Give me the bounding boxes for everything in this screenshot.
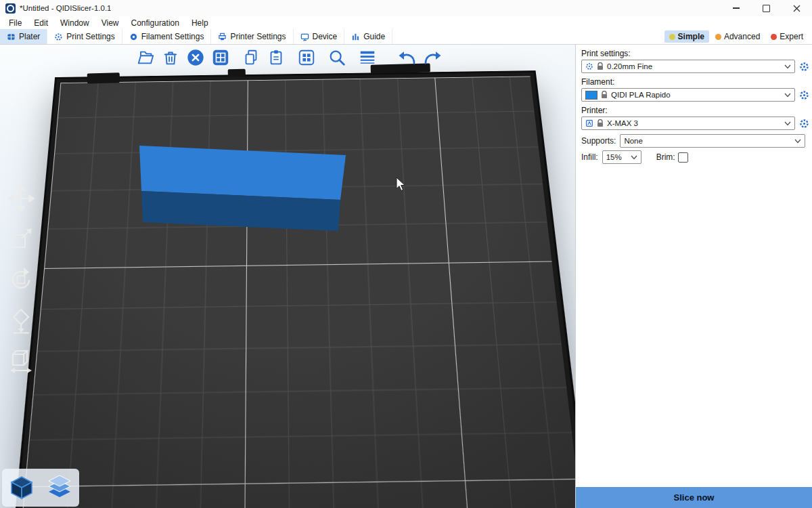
mode-label: Expert [780, 32, 803, 41]
menu-window[interactable]: Window [54, 18, 95, 28]
supports-combo[interactable]: None [620, 134, 805, 148]
mode-simple[interactable]: Simple [664, 30, 709, 43]
layers-stack-icon [45, 473, 74, 503]
redo-arrow-icon [422, 48, 443, 67]
gear-icon [799, 90, 809, 100]
mode-switcher: Simple Advanced Expert [664, 29, 812, 44]
bed-clip [87, 72, 120, 83]
undo-arrow-icon [397, 48, 418, 67]
viewport-3d[interactable] [0, 45, 575, 508]
printer-value: X-MAX 3 [607, 119, 781, 127]
tab-device[interactable]: Device [294, 29, 345, 44]
slice-now-button[interactable]: Slice now [576, 487, 812, 508]
gear-icon [585, 62, 593, 70]
printer-combo[interactable]: X-MAX 3 [581, 117, 795, 130]
brim-checkbox[interactable] [678, 152, 688, 163]
mode-advanced[interactable]: Advanced [710, 30, 765, 43]
copy-button[interactable] [241, 47, 261, 68]
instances-icon [297, 48, 316, 67]
infill-combo[interactable]: 15% [602, 150, 641, 164]
titlebar: *Untitled - QIDISlicer-1.0.1 [0, 0, 812, 16]
delete-button[interactable] [160, 47, 181, 68]
editor-3d-view-button[interactable] [3, 470, 40, 505]
filament-combo[interactable]: QIDI PLA Rapido [581, 88, 795, 102]
menubar: File Edit Window View Configuration Help [0, 16, 812, 29]
rotate-button[interactable] [5, 264, 37, 295]
tab-label: Guide [363, 32, 385, 41]
menu-help[interactable]: Help [185, 18, 215, 28]
chevron-down-icon [784, 64, 791, 69]
tab-label: Device [313, 32, 338, 41]
print-settings-value: 0.20mm Fine [607, 62, 781, 70]
rotate-icon [7, 266, 35, 293]
chevron-down-icon [631, 155, 637, 160]
scale-icon [7, 226, 35, 253]
tabbar: Plater Print Settings Filament Settings … [0, 29, 812, 45]
print-bed[interactable] [0, 72, 575, 508]
layers-preview-button[interactable] [41, 470, 78, 505]
guide-bars-icon [351, 33, 360, 41]
window-title: *Untitled - QIDISlicer-1.0.1 [20, 4, 112, 12]
undo-button[interactable] [397, 47, 418, 68]
place-on-face-icon [7, 307, 35, 334]
menu-file[interactable]: File [3, 18, 28, 28]
instances-button[interactable] [296, 47, 317, 68]
delete-all-icon [186, 48, 205, 67]
tab-filament-settings[interactable]: Filament Settings [122, 29, 212, 44]
plater-icon [7, 33, 16, 41]
maximize-icon [763, 5, 770, 12]
mode-label: Advanced [724, 32, 760, 41]
mode-expert[interactable]: Expert [766, 30, 808, 43]
brim-label: Brim: [656, 152, 675, 162]
measure-button[interactable] [5, 345, 37, 377]
minimize-button[interactable] [721, 0, 751, 16]
app-logo-icon [5, 3, 16, 14]
move-arrows-icon [7, 185, 35, 212]
menu-configuration[interactable]: Configuration [125, 18, 185, 28]
print-settings-gear-button[interactable] [799, 62, 809, 72]
redo-button[interactable] [422, 47, 443, 68]
tab-label: Plater [19, 32, 40, 41]
menu-edit[interactable]: Edit [28, 18, 54, 28]
place-on-face-button[interactable] [5, 305, 37, 336]
delete-all-button[interactable] [185, 47, 206, 68]
chevron-down-icon [784, 121, 791, 126]
measure-icon [7, 347, 35, 375]
tab-plater[interactable]: Plater [0, 29, 47, 44]
tab-guide[interactable]: Guide [344, 29, 392, 44]
open-button[interactable] [135, 47, 156, 68]
close-button[interactable] [782, 0, 812, 16]
filament-spool-icon [129, 33, 138, 41]
paste-button[interactable] [266, 47, 286, 68]
search-button[interactable] [327, 47, 347, 68]
expert-dot-icon [771, 34, 777, 40]
variable-layer-height-button[interactable] [357, 47, 378, 68]
supports-label: Supports: [581, 136, 616, 146]
printer-gear-button[interactable] [799, 119, 809, 129]
move-button[interactable] [5, 183, 37, 214]
maximize-button[interactable] [751, 0, 782, 16]
monitor-icon [300, 33, 309, 41]
tab-printer-settings[interactable]: Printer Settings [211, 29, 293, 44]
chevron-down-icon [784, 93, 791, 98]
print-settings-label: Print settings: [581, 49, 809, 58]
arrange-button[interactable] [210, 47, 231, 68]
infill-label: Infill: [581, 152, 598, 162]
print-settings-combo[interactable]: 0.20mm Fine [581, 60, 795, 73]
layers-icon [358, 48, 377, 67]
filament-gear-button[interactable] [799, 90, 809, 100]
settings-sidebar: Print settings: 0.20mm Fine Filament: QI… [575, 45, 812, 508]
paste-clipboard-icon [267, 48, 286, 67]
tab-print-settings[interactable]: Print Settings [47, 29, 122, 44]
lock-icon [601, 91, 608, 99]
filament-color-swatch [585, 91, 597, 100]
copy-icon [242, 48, 261, 67]
open-folder-icon [136, 48, 155, 67]
menu-view[interactable]: View [95, 18, 125, 28]
plater-toolbar [135, 47, 443, 68]
scale-button[interactable] [5, 224, 37, 255]
supports-value: None [624, 137, 791, 145]
printer-label: Printer: [581, 106, 809, 115]
close-icon [793, 5, 800, 12]
gear-icon [799, 119, 809, 129]
